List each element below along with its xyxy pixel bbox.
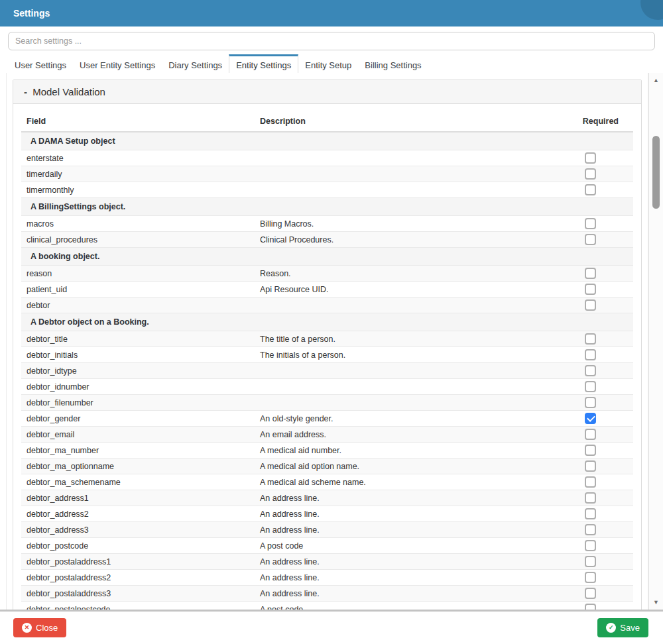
table-row: timerdaily bbox=[21, 166, 633, 182]
vertical-scrollbar[interactable]: ▲ ▼ bbox=[648, 73, 663, 610]
save-button[interactable]: ✓ Save bbox=[597, 618, 648, 637]
required-checkbox[interactable] bbox=[585, 365, 596, 376]
field-description-cell: A medical aid scheme name. bbox=[255, 474, 560, 490]
required-checkbox[interactable] bbox=[585, 218, 596, 229]
required-checkbox[interactable] bbox=[585, 299, 596, 311]
footer-bar: ✕ Close ✓ Save bbox=[0, 610, 663, 644]
required-checkbox[interactable] bbox=[585, 492, 596, 504]
required-cell bbox=[560, 216, 633, 232]
field-name-cell: enterstate bbox=[21, 150, 255, 166]
field-description-cell: A medical aid number. bbox=[255, 443, 560, 458]
field-description-cell bbox=[255, 150, 560, 166]
field-description-cell: Reason. bbox=[255, 266, 560, 282]
required-cell bbox=[560, 458, 633, 474]
field-description-cell: An address line. bbox=[255, 586, 560, 602]
field-description-cell bbox=[255, 363, 560, 379]
required-cell bbox=[560, 538, 633, 554]
required-cell bbox=[560, 331, 633, 347]
column-header-field: Field bbox=[21, 113, 255, 132]
required-checkbox[interactable] bbox=[585, 184, 596, 195]
required-cell bbox=[560, 182, 633, 198]
required-cell bbox=[560, 586, 633, 602]
field-name-cell: debtor_postaladdress2 bbox=[21, 570, 255, 586]
section-header-row: A BillingSettings object. bbox=[21, 198, 633, 216]
validation-table-body: A DAMA Setup objectenterstatetimerdailyt… bbox=[21, 132, 633, 610]
field-name-cell: debtor_email bbox=[21, 427, 255, 443]
section-label: A DAMA Setup object bbox=[21, 132, 633, 150]
required-checkbox[interactable] bbox=[585, 234, 596, 245]
field-description-cell: An address line. bbox=[255, 554, 560, 570]
field-name-cell: debtor bbox=[21, 297, 255, 313]
required-checkbox[interactable] bbox=[585, 524, 596, 535]
required-checkbox[interactable] bbox=[585, 460, 596, 472]
required-checkbox[interactable] bbox=[585, 429, 596, 440]
required-checkbox[interactable] bbox=[585, 508, 596, 519]
table-row: timermonthly bbox=[21, 182, 633, 198]
save-button-label: Save bbox=[620, 623, 640, 633]
required-cell bbox=[560, 570, 633, 586]
required-cell bbox=[560, 427, 633, 443]
required-checkbox[interactable] bbox=[585, 476, 596, 488]
required-checkbox[interactable] bbox=[585, 349, 596, 360]
required-checkbox[interactable] bbox=[585, 268, 596, 279]
field-name-cell: debtor_address2 bbox=[21, 506, 255, 522]
collapse-toggle[interactable]: - bbox=[24, 86, 27, 97]
field-description-cell: The title of a person. bbox=[255, 331, 560, 347]
field-name-cell: debtor_address3 bbox=[21, 522, 255, 538]
field-name-cell: clinical_procedures bbox=[21, 232, 255, 248]
scroll-up-icon[interactable]: ▲ bbox=[649, 76, 663, 85]
model-validation-panel: - Model Validation Field Description Req… bbox=[13, 80, 642, 610]
required-checkbox[interactable] bbox=[585, 540, 596, 551]
required-cell bbox=[560, 395, 633, 411]
field-description-cell bbox=[255, 395, 560, 411]
scroll-thumb[interactable] bbox=[652, 136, 660, 209]
table-row: debtor_ma_numberA medical aid number. bbox=[21, 443, 633, 458]
required-checkbox[interactable] bbox=[585, 604, 596, 610]
required-checkbox[interactable] bbox=[585, 556, 596, 567]
section-header-row: A Debtor object on a Booking. bbox=[21, 313, 633, 331]
required-checkbox[interactable] bbox=[585, 572, 596, 583]
table-row: debtor_postalpostcodeA post code bbox=[21, 602, 633, 610]
field-description-cell bbox=[255, 182, 560, 198]
scroll-down-icon[interactable]: ▼ bbox=[649, 598, 663, 607]
required-cell bbox=[560, 232, 633, 248]
field-description-cell: An address line. bbox=[255, 490, 560, 506]
required-cell bbox=[560, 363, 633, 379]
content-area: - Model Validation Field Description Req… bbox=[0, 73, 663, 610]
field-description-cell: An old-style gender. bbox=[255, 411, 560, 427]
search-input[interactable] bbox=[8, 32, 655, 50]
required-checkbox[interactable] bbox=[585, 445, 596, 456]
panel-header: - Model Validation bbox=[13, 80, 641, 104]
table-row: patient_uidApi Resource UID. bbox=[21, 282, 633, 297]
required-checkbox[interactable] bbox=[585, 381, 596, 392]
field-name-cell: debtor_idtype bbox=[21, 363, 255, 379]
required-checkbox[interactable] bbox=[585, 333, 596, 345]
required-cell bbox=[560, 297, 633, 313]
table-row: debtor_idtype bbox=[21, 363, 633, 379]
table-header-row: Field Description Required bbox=[21, 113, 633, 132]
required-checkbox[interactable] bbox=[585, 397, 596, 408]
field-description-cell: An address line. bbox=[255, 522, 560, 538]
required-checkbox[interactable] bbox=[585, 284, 596, 295]
close-button[interactable]: ✕ Close bbox=[13, 618, 66, 637]
required-cell bbox=[560, 266, 633, 282]
required-checkbox[interactable] bbox=[585, 413, 596, 424]
close-button-label: Close bbox=[36, 623, 58, 633]
field-description-cell bbox=[255, 379, 560, 395]
required-checkbox[interactable] bbox=[585, 152, 596, 164]
table-row: debtor_initialsThe initials of a person. bbox=[21, 347, 633, 363]
required-cell bbox=[560, 443, 633, 458]
validation-table: Field Description Required A DAMA Setup … bbox=[21, 113, 633, 610]
header-decorative-circle bbox=[640, 0, 663, 20]
required-cell bbox=[560, 411, 633, 427]
required-checkbox[interactable] bbox=[585, 168, 596, 180]
tab-content-card: - Model Validation Field Description Req… bbox=[6, 73, 648, 610]
field-name-cell: debtor_ma_schemename bbox=[21, 474, 255, 490]
field-name-cell: debtor_idnumber bbox=[21, 379, 255, 395]
table-row: debtor_address3An address line. bbox=[21, 522, 633, 538]
field-description-cell: Billing Macros. bbox=[255, 216, 560, 232]
section-label: A booking object. bbox=[21, 248, 633, 266]
field-name-cell: patient_uid bbox=[21, 282, 255, 297]
required-checkbox[interactable] bbox=[585, 588, 596, 599]
table-row: debtor_postaladdress2An address line. bbox=[21, 570, 633, 586]
